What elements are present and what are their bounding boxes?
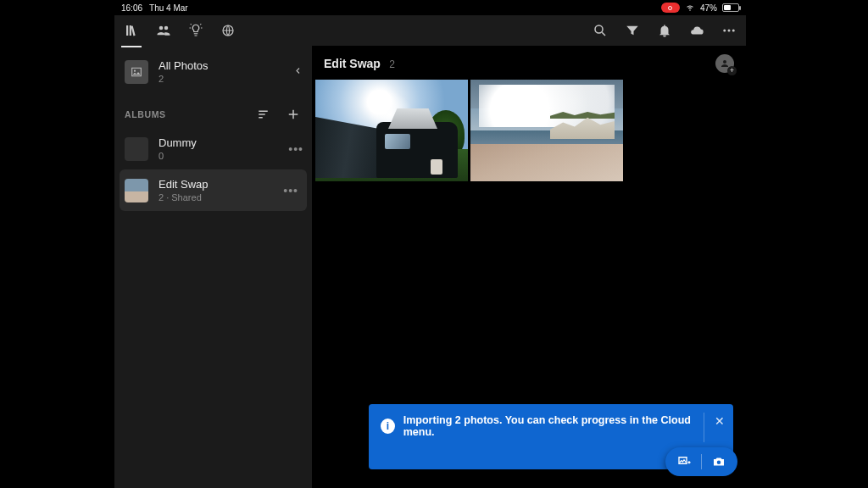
sort-icon[interactable] bbox=[256, 106, 273, 123]
filter-icon[interactable] bbox=[624, 22, 641, 39]
close-icon[interactable]: ✕ bbox=[715, 414, 725, 428]
album-name: Dummy bbox=[159, 136, 197, 149]
toast-view-button[interactable]: View bbox=[381, 446, 703, 459]
svg-point-2 bbox=[723, 30, 726, 32]
all-photos-count: 2 bbox=[159, 74, 209, 84]
album-subtitle: 2 · Shared bbox=[159, 192, 209, 202]
battery-icon bbox=[722, 3, 739, 12]
all-photos-label: All Photos bbox=[159, 59, 209, 72]
album-thumbnail bbox=[125, 179, 148, 202]
battery-percent: 47% bbox=[700, 3, 717, 13]
share-add-person-button[interactable]: + bbox=[715, 54, 734, 73]
svg-point-1 bbox=[595, 25, 603, 33]
svg-point-5 bbox=[134, 69, 136, 71]
plus-badge-icon: + bbox=[727, 66, 737, 75]
status-bar: 16:06 Thu 4 Mar 47% bbox=[114, 0, 746, 15]
more-icon[interactable] bbox=[721, 22, 737, 39]
learn-tab-icon[interactable] bbox=[187, 22, 204, 39]
photo-thumbnail[interactable] bbox=[470, 80, 623, 181]
screen-recording-indicator[interactable] bbox=[661, 3, 680, 13]
album-photo-count: 2 bbox=[389, 58, 395, 70]
svg-point-4 bbox=[732, 30, 735, 32]
cloud-icon[interactable] bbox=[688, 22, 705, 39]
albums-header-label: ALBUMS bbox=[125, 109, 166, 119]
album-row-dummy[interactable]: Dummy 0 ••• bbox=[114, 128, 312, 169]
all-photos-row[interactable]: All Photos 2 bbox=[114, 53, 312, 91]
info-icon: i bbox=[381, 419, 395, 434]
album-more-icon[interactable]: ••• bbox=[283, 184, 298, 197]
album-name: Edit Swap bbox=[159, 178, 209, 191]
people-tab-icon[interactable] bbox=[155, 22, 172, 39]
album-title: Edit Swap bbox=[324, 57, 381, 70]
album-row-edit-swap[interactable]: Edit Swap 2 · Shared ••• bbox=[120, 169, 307, 211]
top-toolbar bbox=[114, 15, 746, 46]
status-time: 16:06 bbox=[121, 3, 142, 13]
chevron-left-icon[interactable] bbox=[293, 65, 303, 78]
album-subtitle: 0 bbox=[159, 151, 197, 161]
import-photo-button[interactable] bbox=[669, 447, 699, 476]
sidebar: All Photos 2 ALBUMS bbox=[114, 46, 312, 488]
photo-thumbnail[interactable] bbox=[315, 80, 468, 181]
toast-message: Importing 2 photos. You can check progre… bbox=[403, 414, 703, 438]
wifi-icon bbox=[685, 2, 695, 14]
web-tab-icon[interactable] bbox=[220, 22, 236, 39]
add-album-icon[interactable] bbox=[285, 106, 302, 123]
add-photos-fab bbox=[665, 447, 737, 476]
library-tab-icon[interactable] bbox=[123, 22, 140, 39]
album-more-icon[interactable]: ••• bbox=[288, 142, 303, 156]
image-icon bbox=[125, 60, 148, 84]
camera-button[interactable] bbox=[704, 447, 734, 476]
album-thumbnail bbox=[125, 137, 148, 161]
svg-point-3 bbox=[728, 30, 731, 32]
search-icon[interactable] bbox=[592, 22, 609, 39]
notifications-icon[interactable] bbox=[656, 22, 673, 39]
status-date: Thu 4 Mar bbox=[149, 3, 188, 13]
svg-point-6 bbox=[717, 461, 721, 465]
